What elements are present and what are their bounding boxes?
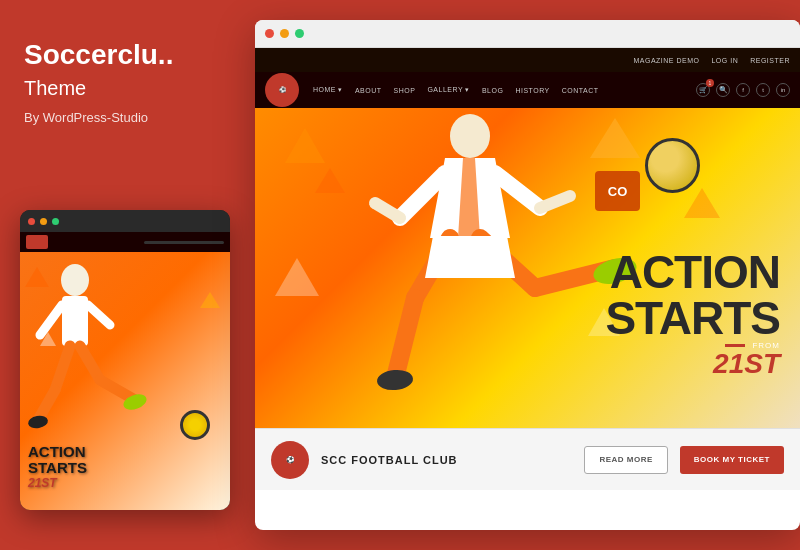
read-more-button[interactable]: READ MORE [584,446,667,474]
register-link[interactable]: REGISTER [750,57,790,64]
nav-home[interactable]: HOME ▾ [313,86,343,94]
main-nav: ⚽ HOME ▾ ABOUT SHOP GALLERY ▾ BLOG HISTO… [255,72,800,108]
mobile-soccer-ball [180,410,210,440]
facebook-icon[interactable]: f [736,83,750,97]
twitter-icon[interactable]: t [756,83,770,97]
svg-line-16 [540,196,570,208]
mobile-logo [26,235,48,249]
hero-date: 21ST [605,350,780,378]
browser-dot-red [265,29,274,38]
mobile-content: ACTION STARTS 21ST [20,252,230,510]
mobile-preview-bar [20,210,230,232]
mobile-url-bar [144,241,224,244]
theme-title: Soccerclu.. [24,40,224,71]
svg-line-14 [375,203,400,218]
hero-action-line1: ACTION [605,249,780,295]
nav-shop[interactable]: SHOP [394,87,416,94]
hero-section: CO ACT [255,108,800,428]
nav-about[interactable]: ABOUT [355,87,382,94]
book-ticket-button[interactable]: BOOK MY TICKET [680,446,784,474]
left-panel: Soccerclu.. Theme By WordPress-Studio [0,0,248,550]
linkedin-icon[interactable]: in [776,83,790,97]
nav-items: HOME ▾ ABOUT SHOP GALLERY ▾ BLOG HISTORY… [313,86,696,94]
hero-text: ACTION STARTS FROM 21ST [605,249,780,378]
svg-marker-23 [425,236,515,278]
hero-player-svg [315,108,655,428]
nav-icons: 🛒 1 🔍 f t in [696,83,790,97]
svg-line-18 [395,298,415,378]
mobile-dot-green [52,218,59,225]
author-label: By WordPress-Studio [24,110,224,125]
theme-subtitle: Theme [24,77,224,100]
search-icon[interactable]: 🔍 [716,83,730,97]
hero-triangle-4 [684,188,720,218]
site-logo-text: ⚽ [279,87,286,94]
magazine-link[interactable]: MAGAZINE DEMO [633,57,699,64]
footer-club-name: SCC FOOTBALL CLUB [321,454,458,466]
nav-gallery[interactable]: GALLERY ▾ [427,86,470,94]
browser-preview: MAGAZINE DEMO LOG IN REGISTER ⚽ HOME ▾ A… [255,20,800,530]
svg-point-0 [61,264,89,296]
site-topnav: MAGAZINE DEMO LOG IN REGISTER [255,48,800,72]
mobile-preview: ACTION STARTS 21ST [20,210,230,510]
browser-dot-yellow [280,29,289,38]
svg-point-10 [450,114,490,158]
hero-triangle-5 [275,258,319,296]
mobile-triangle-2 [200,292,220,308]
cart-icon[interactable]: 🛒 1 [696,83,710,97]
footer-logo-text: ⚽ [286,456,295,464]
mobile-action-text: ACTION STARTS 21ST [28,444,87,490]
svg-line-5 [38,390,55,420]
footer-section: ⚽ SCC FOOTBALL CLUB READ MORE BOOK MY TI… [255,428,800,490]
site-logo: ⚽ [265,73,299,107]
svg-line-6 [80,346,100,380]
nav-history[interactable]: HISTORY [515,87,549,94]
browser-dot-green [295,29,304,38]
hero-action-line2: STARTS [605,295,780,341]
login-link[interactable]: LOG IN [711,57,738,64]
browser-bar [255,20,800,48]
svg-line-2 [40,305,62,335]
svg-point-21 [376,368,414,391]
svg-line-4 [55,346,70,390]
svg-line-3 [88,305,110,325]
nav-contact[interactable]: CONTACT [562,87,599,94]
mobile-dot-yellow [40,218,47,225]
mobile-browser-bar [20,232,230,252]
mobile-dot-red [28,218,35,225]
nav-blog[interactable]: BLOG [482,87,503,94]
footer-logo: ⚽ [271,441,309,479]
